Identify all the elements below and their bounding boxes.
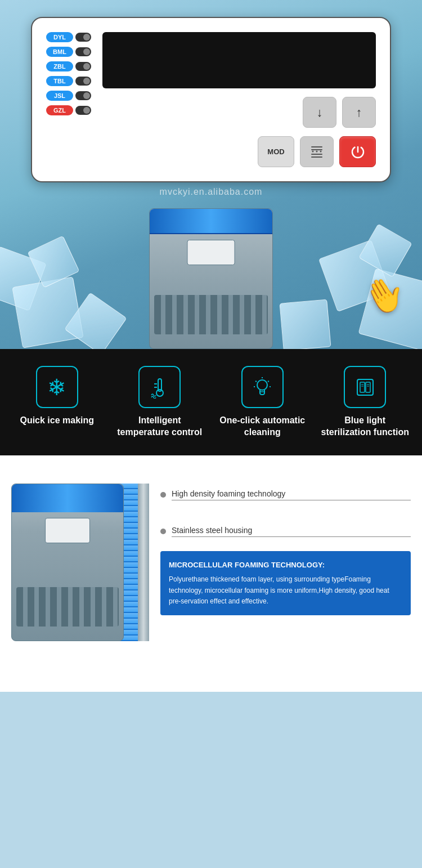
bottom-section: High density foaming technology Stainles… [0, 455, 422, 692]
svg-rect-22 [366, 382, 370, 392]
thermometer-icon [149, 376, 171, 399]
zbl-toggle[interactable] [75, 62, 91, 71]
lcd-display [102, 32, 376, 88]
up-arrow-button[interactable]: ↑ [342, 97, 376, 128]
foaming-info-box: MICROCELLULAR FOAMING TECHNOLOGY: Polyur… [160, 551, 411, 615]
ice-button[interactable] [300, 136, 334, 167]
temperature-icon-box [138, 366, 181, 408]
machine-vents-2 [16, 587, 119, 627]
annotation-2-group: Stainless steel housing [160, 526, 411, 537]
selector-column: DYL BML ZBL TBL JSL [46, 32, 91, 115]
annotation-1-dot [160, 492, 166, 498]
lightbulb-icon [251, 376, 273, 399]
svg-line-16 [268, 381, 269, 382]
foaming-info-title: MICROCELLULAR FOAMING TECHNOLOGY: [169, 560, 402, 571]
svg-rect-0 [311, 146, 322, 147]
svg-rect-20 [357, 379, 373, 395]
top-section: DYL BML ZBL TBL JSL [0, 0, 422, 349]
bml-label: BML [46, 47, 73, 57]
selector-tbl[interactable]: TBL [46, 76, 91, 86]
cleaning-label: One-click automatic cleaning [217, 415, 307, 439]
sterilization-icon-box [344, 366, 386, 408]
feature-cleaning: One-click automatic cleaning [217, 366, 307, 439]
gzl-toggle[interactable] [75, 106, 91, 115]
annotation-2: Stainless steel housing [160, 526, 411, 537]
features-section: ❄ Quick ice making Intelligent temperatu… [0, 349, 422, 455]
feature-sterilization: Blue light sterilization function [320, 366, 410, 439]
svg-point-5 [316, 150, 318, 152]
tbl-label: TBL [46, 76, 73, 86]
svg-rect-21 [360, 382, 365, 392]
foaming-info-body: Polyurethane thickened foam layer, using… [169, 574, 402, 607]
feature-temperature: Intelligent temperature control [115, 366, 205, 439]
svg-rect-1 [311, 156, 322, 158]
svg-point-4 [312, 150, 314, 152]
selector-bml[interactable]: BML [46, 47, 91, 57]
annotation-1: High density foaming technology [160, 489, 411, 500]
power-button[interactable] [339, 136, 376, 167]
svg-point-6 [320, 150, 322, 152]
display-column: ↓ ↑ MOD [102, 32, 376, 167]
selector-zbl[interactable]: ZBL [46, 61, 91, 71]
annotation-1-text: High density foaming technology [172, 489, 411, 500]
tbl-toggle[interactable] [75, 77, 91, 86]
machine-top-2 [12, 484, 123, 512]
svg-rect-2 [311, 149, 322, 150]
snowflake-icon: ❄ [47, 374, 66, 400]
panel-icon [354, 376, 376, 399]
machine-display [149, 208, 273, 349]
dyl-toggle[interactable] [75, 33, 91, 42]
jsl-label: JSL [46, 91, 73, 101]
gzl-label: GZL [46, 105, 73, 115]
selector-dyl[interactable]: DYL [46, 32, 91, 42]
zbl-label: ZBL [46, 61, 73, 71]
mod-button[interactable]: MOD [258, 136, 294, 167]
down-arrow-button[interactable]: ↓ [303, 97, 336, 128]
cleaning-icon-box [241, 366, 284, 408]
quick-ice-label: Quick ice making [20, 415, 94, 427]
annotations-area: High density foaming technology Stainles… [160, 472, 411, 615]
mini-panel-2 [45, 518, 90, 543]
machine-foam-group [11, 472, 149, 641]
watermark: mvckyi.en.alibaba.com [160, 187, 263, 197]
foam-layer-steel [138, 484, 149, 641]
svg-line-17 [255, 381, 257, 382]
selector-jsl[interactable]: JSL [46, 91, 91, 101]
sterilization-label: Blue light sterilization function [320, 415, 410, 439]
control-button-row: MOD [102, 136, 376, 167]
temperature-label: Intelligent temperature control [115, 415, 205, 439]
selector-gzl[interactable]: GZL [46, 105, 91, 115]
annotation-2-text: Stainless steel housing [172, 526, 411, 537]
hand-pointer: 🤚 [356, 267, 412, 323]
arrow-button-row: ↓ ↑ [102, 97, 376, 128]
quick-ice-icon-box: ❄ [36, 366, 78, 408]
jsl-toggle[interactable] [75, 91, 91, 100]
svg-rect-3 [311, 154, 322, 155]
annotation-1-group: High density foaming technology [160, 489, 411, 500]
svg-point-10 [156, 390, 163, 396]
annotation-2-dot [160, 529, 166, 534]
control-panel: DYL BML ZBL TBL JSL [31, 17, 391, 182]
bml-toggle[interactable] [75, 47, 91, 56]
feature-quick-ice: ❄ Quick ice making [12, 366, 102, 427]
svg-point-13 [257, 380, 267, 390]
machine-body-2 [11, 484, 124, 641]
dyl-label: DYL [46, 32, 73, 42]
